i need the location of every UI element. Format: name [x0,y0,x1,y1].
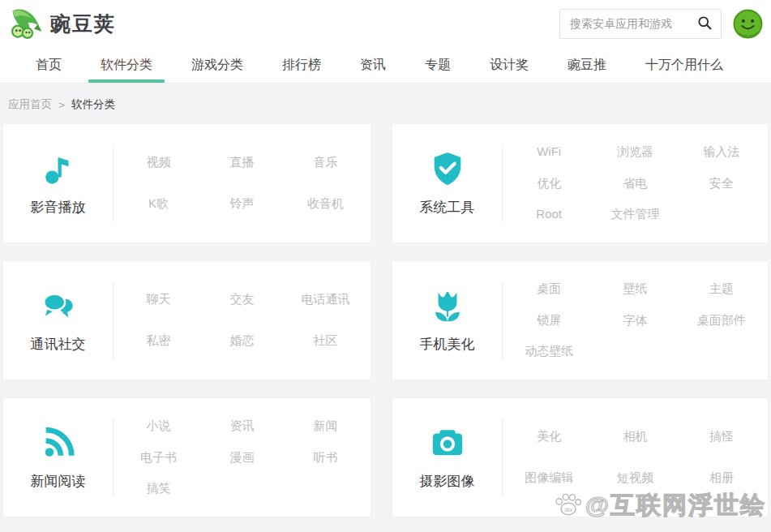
subcategory-link[interactable]: K歌 [117,196,200,212]
user-avatar[interactable] [733,9,763,39]
category-header[interactable]: 通讯社交 [3,287,113,354]
breadcrumb-parent[interactable]: 应用首页 [8,97,52,112]
nav-item-1[interactable]: 软件分类 [101,47,152,83]
subcategory-link[interactable]: 图像编辑 [506,470,592,486]
nav-item-label: 设计奖 [490,57,529,74]
subcategory-link[interactable]: Root [506,207,592,222]
subcategory-link[interactable]: 输入法 [679,144,765,160]
subcategory-row: 私密婚恋社区 [117,333,367,349]
category-header[interactable]: 手机美化 [392,287,502,354]
subcategory-link[interactable]: WiFi [506,144,592,160]
subcategory-link[interactable]: 资讯 [200,418,284,434]
subcategory-link[interactable]: 音乐 [284,155,367,170]
nav-item-6[interactable]: 设计奖 [490,47,529,83]
subcategory-row: 美化相机搞怪 [506,429,765,444]
subcategory-link[interactable]: 相册 [679,470,765,486]
category-title: 手机美化 [420,335,475,354]
subcategory-row: 电子书漫画听书 [117,450,367,466]
subcategory-links: 桌面壁纸主题锁屏字体桌面部件动态壁纸 [503,261,768,380]
nav-item-7[interactable]: 豌豆推 [568,47,606,83]
subcategory-link[interactable]: 社区 [284,333,367,349]
chat-bubbles-icon [40,287,77,324]
breadcrumb-separator: > [58,99,65,111]
category-header[interactable]: 新闻阅读 [3,424,113,491]
subcategory-row: 桌面壁纸主题 [506,281,765,297]
subcategory-link[interactable]: 聊天 [117,292,200,307]
subcategory-link[interactable]: 美化 [506,429,592,444]
category-title: 新闻阅读 [31,472,86,491]
subcategory-link[interactable]: 浏览器 [592,144,678,160]
subcategory-link[interactable]: 漫画 [200,450,284,466]
subcategory-link[interactable]: 相机 [592,429,678,444]
search-box [559,9,722,39]
subcategory-link[interactable]: 私密 [117,333,200,349]
search-icon [696,15,713,33]
subcategory-link[interactable]: 电子书 [117,450,200,466]
subcategory-row: Root文件管理 [506,207,765,222]
app-logo[interactable]: 豌豆荚 [10,6,116,41]
subcategory-link[interactable]: 动态壁纸 [506,344,592,359]
nav-item-3[interactable]: 排行榜 [282,47,321,83]
nav-item-label: 资讯 [360,57,386,74]
search-button[interactable] [695,13,714,35]
category-card: 新闻阅读 小说资讯新闻电子书漫画听书搞笑 [2,397,371,517]
category-header[interactable]: 影音播放 [3,150,113,217]
subcategory-links: 小说资讯新闻电子书漫画听书搞笑 [114,398,371,517]
nav-item-label: 首页 [36,57,62,74]
category-header[interactable]: 系统工具 [392,150,502,217]
subcategory-link[interactable]: 电话通讯 [284,292,367,307]
nav-item-label: 软件分类 [101,57,152,74]
subcategory-link[interactable]: 交友 [200,292,284,307]
subcategory-link[interactable]: 收音机 [284,196,367,212]
category-title: 影音播放 [31,198,86,217]
subcategory-link[interactable]: 新闻 [284,418,367,434]
subcategory-link[interactable]: 搞笑 [117,481,200,496]
subcategory-links: WiFi浏览器输入法优化省电安全Root文件管理 [503,124,768,242]
subcategory-link[interactable]: 听书 [284,450,367,466]
nav-item-2[interactable]: 游戏分类 [191,47,243,83]
subcategory-row: 图像编辑短视频相册 [506,470,765,486]
subcategory-link[interactable]: 安全 [679,176,765,191]
subcategory-link[interactable]: 直播 [200,155,284,170]
nav-item-label: 专题 [425,57,451,74]
subcategory-row: WiFi浏览器输入法 [506,144,765,160]
subcategory-link[interactable]: 壁纸 [592,281,678,297]
nav-item-label: 游戏分类 [191,57,243,74]
subcategory-link[interactable]: 小说 [117,418,200,434]
subcategory-link[interactable]: 桌面部件 [679,313,765,328]
subcategory-link[interactable]: 视频 [117,155,200,170]
subcategory-link[interactable]: 省电 [592,176,678,191]
header: 豌豆荚 [0,0,771,47]
search-input[interactable] [570,17,695,30]
subcategory-link[interactable]: 主题 [679,281,765,297]
subcategory-link[interactable]: 文件管理 [592,207,678,222]
subcategory-row: 小说资讯新闻 [117,418,367,434]
subcategory-link[interactable]: 婚恋 [200,333,284,349]
breadcrumb: 应用首页 > 软件分类 [0,84,771,123]
subcategory-link[interactable]: 搞怪 [679,429,765,444]
nav-item-8[interactable]: 十万个用什么 [645,47,723,83]
subcategory-links: 聊天交友电话通讯私密婚恋社区 [114,261,371,380]
category-title: 系统工具 [420,198,475,217]
category-card: 影音播放 视频直播音乐K歌铃声收音机 [2,123,371,243]
subcategory-link[interactable]: 短视频 [592,470,678,486]
category-title: 摄影图像 [420,472,475,491]
camera-icon [429,424,466,461]
rss-icon [40,424,77,461]
subcategory-link[interactable]: 锁屏 [506,313,592,328]
category-card: 通讯社交 聊天交友电话通讯私密婚恋社区 [2,260,371,380]
nav-item-0[interactable]: 首页 [36,47,62,83]
subcategory-link[interactable]: 字体 [592,313,678,328]
nav-item-4[interactable]: 资讯 [360,47,386,83]
nav-item-5[interactable]: 专题 [425,47,451,83]
subcategory-link[interactable]: 铃声 [200,196,284,212]
subcategory-links: 视频直播音乐K歌铃声收音机 [114,124,371,242]
subcategory-row: K歌铃声收音机 [117,196,367,212]
main-nav: 首页 软件分类 游戏分类 排行榜 资讯 专题 设计奖 豌豆推 十万个用什么 [0,47,771,84]
nav-item-label: 豌豆推 [568,57,606,74]
subcategory-row: 聊天交友电话通讯 [117,292,367,307]
category-grid: 影音播放 视频直播音乐K歌铃声收音机 系统工具 WiFi浏览器输入法优化省电安全… [2,123,769,517]
subcategory-link[interactable]: 桌面 [506,281,592,297]
subcategory-link[interactable]: 优化 [506,176,592,191]
category-header[interactable]: 摄影图像 [392,424,502,491]
